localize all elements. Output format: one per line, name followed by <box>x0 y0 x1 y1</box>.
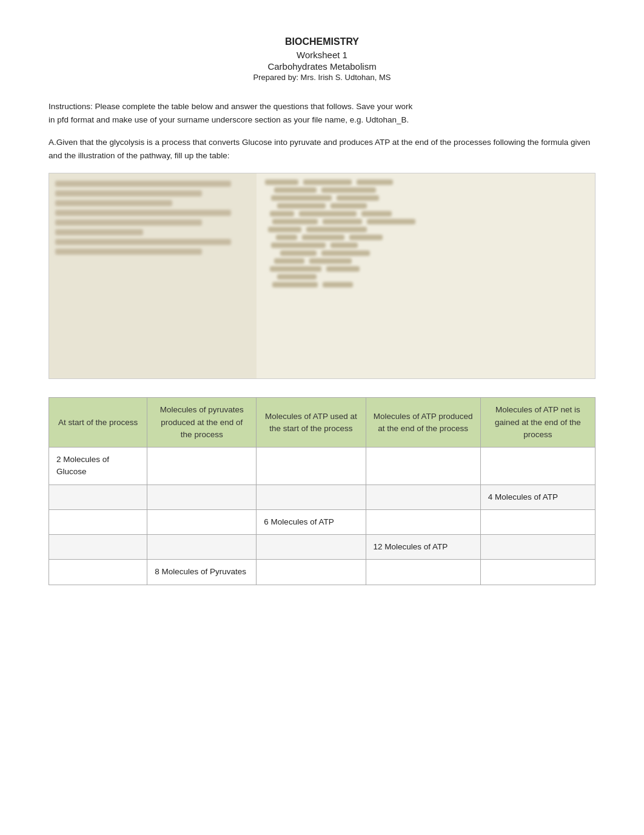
blur-row <box>265 227 586 232</box>
blur-decoration <box>270 266 321 272</box>
blur-row <box>265 274 586 280</box>
cell-r2-c0 <box>49 509 147 534</box>
cell-r1-c4: 4 Molecules of ATP <box>480 485 595 509</box>
cell-r3-c2 <box>257 535 366 560</box>
cell-r3-c3: 12 Molecules of ATP <box>366 535 480 560</box>
blur-row <box>265 243 586 248</box>
table-row: 12 Molecules of ATP <box>49 535 595 560</box>
blur-decoration <box>306 227 367 232</box>
cell-r4-c0 <box>49 560 147 585</box>
image-left-panel <box>49 173 257 378</box>
question-a-text: A.Given that the glycolysis is a process… <box>49 136 595 162</box>
blur-row <box>265 266 586 272</box>
instructions-block: Instructions: Please complete the table … <box>49 100 595 126</box>
col-header-4: Molecules of ATP produced at the end of … <box>366 398 480 448</box>
cell-r0-c0: 2 Molecules of Glucose <box>49 448 147 485</box>
cell-r0-c4 <box>480 448 595 485</box>
cell-r3-c4 <box>480 535 595 560</box>
blur-decoration <box>323 219 362 224</box>
cell-r4-c2 <box>257 560 366 585</box>
blur-row <box>265 203 586 209</box>
blur-decoration <box>274 258 304 264</box>
blur-decoration <box>309 258 352 264</box>
col-header-2: Molecules of pyruvates produced at the e… <box>147 398 257 448</box>
cell-r1-c3 <box>366 485 480 509</box>
blur-decoration <box>55 200 172 206</box>
col-header-5: Molecules of ATP net is gained at the en… <box>480 398 595 448</box>
question-a-content: A.Given that the glycolysis is a process… <box>49 138 590 160</box>
blur-decoration <box>357 179 393 185</box>
cell-r0-c2 <box>257 448 366 485</box>
cell-r2-c2: 6 Molecules of ATP <box>257 509 366 534</box>
table-row: 6 Molecules of ATP <box>49 509 595 534</box>
cell-r4-c3 <box>366 560 480 585</box>
instructions-line2: in pfd format and make use of your surna… <box>49 115 409 124</box>
cell-r2-c3 <box>366 509 480 534</box>
blur-decoration <box>361 211 392 216</box>
cell-r3-c1 <box>147 535 257 560</box>
page-header: BIOCHEMISTRY Worksheet 1 Carbohydrates M… <box>49 36 595 82</box>
col-header-1: At start of the process <box>49 398 147 448</box>
blur-decoration <box>55 239 231 245</box>
blur-row <box>265 258 586 264</box>
blur-decoration <box>303 179 352 185</box>
blur-decoration <box>271 195 332 201</box>
glycolysis-table: At start of the process Molecules of pyr… <box>49 397 595 585</box>
blur-decoration <box>274 187 317 193</box>
blur-decoration <box>280 250 317 256</box>
cell-r0-c1 <box>147 448 257 485</box>
blur-decoration <box>277 274 317 280</box>
worksheet-label: Worksheet 1 <box>49 50 595 60</box>
blur-decoration <box>55 210 231 216</box>
instructions-line1: Instructions: Please complete the table … <box>49 102 412 111</box>
blur-decoration <box>337 195 379 201</box>
blur-decoration <box>272 219 318 224</box>
blur-decoration <box>323 282 353 287</box>
cell-r4-c4 <box>480 560 595 585</box>
image-right-panel <box>257 173 595 378</box>
table-row: 8 Molecules of Pyruvates <box>49 560 595 585</box>
table-header-row: At start of the process Molecules of pyr… <box>49 398 595 448</box>
blur-decoration <box>55 229 143 235</box>
cell-r3-c0 <box>49 535 147 560</box>
blur-decoration <box>276 235 297 240</box>
prepared-by: Prepared by: Mrs. Irish S. Udtohan, MS <box>49 73 595 82</box>
blur-row <box>265 187 586 193</box>
blur-decoration <box>55 190 202 196</box>
blur-decoration <box>55 220 202 226</box>
title: BIOCHEMISTRY <box>49 36 595 47</box>
blur-decoration <box>272 282 318 287</box>
subject-label: Carbohydrates Metabolism <box>49 61 595 72</box>
table-row: 2 Molecules of Glucose <box>49 448 595 485</box>
blur-decoration <box>302 235 344 240</box>
cell-r1-c1 <box>147 485 257 509</box>
blur-decoration <box>55 249 202 255</box>
blur-decoration <box>330 203 367 209</box>
blur-row <box>265 195 586 201</box>
cell-r4-c1: 8 Molecules of Pyruvates <box>147 560 257 585</box>
table-row: 4 Molecules of ATP <box>49 485 595 509</box>
blur-decoration <box>277 203 326 209</box>
blur-decoration <box>321 250 370 256</box>
cell-r1-c2 <box>257 485 366 509</box>
blur-row <box>265 219 586 224</box>
blur-decoration <box>268 227 301 232</box>
col-header-3: Molecules of ATP used at the start of th… <box>257 398 366 448</box>
blur-decoration <box>265 179 298 185</box>
blur-decoration <box>349 235 383 240</box>
illustration-area <box>49 173 595 379</box>
blur-decoration <box>270 211 294 216</box>
cell-r2-c1 <box>147 509 257 534</box>
cell-r0-c3 <box>366 448 480 485</box>
blur-decoration <box>299 211 357 216</box>
blur-row <box>265 211 586 216</box>
blur-decoration <box>326 266 360 272</box>
blur-decoration <box>367 219 415 224</box>
blur-row <box>265 235 586 240</box>
blur-decoration <box>55 181 231 187</box>
blur-row <box>265 179 586 185</box>
blur-decoration <box>330 243 358 248</box>
cell-r1-c0 <box>49 485 147 509</box>
blur-decoration <box>321 187 376 193</box>
blur-row <box>265 250 586 256</box>
